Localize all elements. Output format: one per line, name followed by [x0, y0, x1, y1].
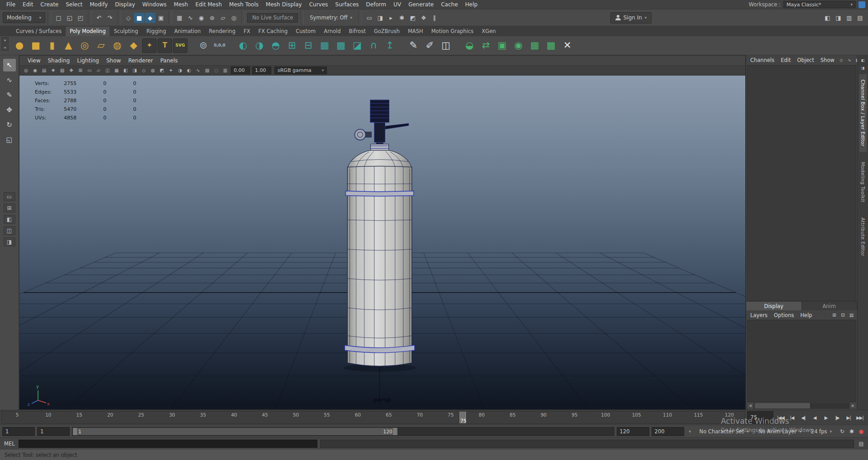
render-view-icon[interactable]: ▭: [364, 13, 374, 23]
resolution-gate-icon[interactable]: ▱: [94, 66, 103, 75]
select-tool[interactable]: ↖: [3, 59, 16, 71]
shelf-tab-curves-surfaces[interactable]: Curves / Surfaces: [12, 27, 66, 36]
zero-transform-icon[interactable]: 0,0,0: [212, 38, 227, 53]
lights-icon[interactable]: ✦: [167, 66, 175, 75]
retopologize-icon[interactable]: ▩: [543, 38, 559, 53]
exposure-field[interactable]: 0.00: [231, 66, 250, 74]
grid-toggle-icon[interactable]: ⊞: [76, 66, 85, 75]
shelf-tab-mash[interactable]: MASH: [404, 27, 427, 36]
channel-box-menu-channels[interactable]: Channels: [747, 57, 777, 64]
scroll-left-icon[interactable]: ◀: [747, 403, 753, 409]
timeline-track[interactable]: 5101520253035404550556065707580859095100…: [1, 411, 745, 424]
snap-to-view-plane-icon[interactable]: ▱: [218, 13, 228, 23]
menu-edit-mesh[interactable]: Edit Mesh: [192, 1, 225, 8]
multi-cut-icon[interactable]: ✎: [406, 38, 421, 53]
separate-icon[interactable]: ⊟: [301, 38, 316, 53]
current-frame-field[interactable]: [747, 411, 773, 424]
channel-box-list[interactable]: [747, 65, 856, 301]
channel-box-menu-edit[interactable]: Edit: [777, 57, 794, 64]
make-live-icon[interactable]: ◎: [229, 13, 239, 23]
panel-menu-view[interactable]: View: [24, 57, 44, 64]
menu-cache[interactable]: Cache: [437, 1, 461, 8]
toggle-tool-settings-icon[interactable]: ◨: [833, 13, 844, 23]
snap-to-curve-icon[interactable]: ∿: [185, 13, 196, 23]
target-weld-icon[interactable]: ◉: [511, 38, 526, 53]
shelf-icon[interactable]: [188, 38, 195, 53]
remesh-icon[interactable]: ▦: [527, 38, 542, 53]
range-handle-right[interactable]: [393, 428, 397, 435]
shelf-icon[interactable]: [228, 38, 235, 53]
animation-start-field[interactable]: [2, 427, 35, 436]
sidebar-collapse-icon[interactable]: ◧: [859, 57, 867, 64]
menu-set-dropdown[interactable]: Modeling ▾: [3, 12, 45, 23]
boolean-union-icon[interactable]: ◐: [235, 38, 251, 53]
mirror-icon[interactable]: ◒: [462, 38, 477, 53]
polygon-type-icon[interactable]: T: [158, 38, 172, 53]
shelf-tab-rigging[interactable]: Rigging: [142, 27, 170, 36]
shelf-tab-toggle-icon[interactable]: ▾: [1, 37, 9, 43]
panel-menu-shading[interactable]: Shading: [44, 57, 73, 64]
smooth-icon[interactable]: ▩: [333, 38, 349, 53]
menu-mesh-display[interactable]: Mesh Display: [262, 1, 306, 8]
pan-zoom-icon[interactable]: ✥: [67, 66, 76, 75]
ambient-occlusion-icon[interactable]: ◐: [185, 66, 193, 75]
menu-edit[interactable]: Edit: [19, 1, 37, 8]
menu-mesh[interactable]: Mesh: [170, 1, 192, 8]
shelf-tab-rendering[interactable]: Rendering: [205, 27, 240, 36]
shelf-tab-sculpting[interactable]: Sculpting: [110, 27, 142, 36]
textured-mode-icon[interactable]: ◩: [158, 66, 166, 75]
anim-preferences-icon[interactable]: ✱: [847, 427, 856, 436]
select-camera-icon[interactable]: ◎: [22, 66, 30, 75]
select-component-icon[interactable]: ◆: [145, 13, 155, 23]
workspace-icon[interactable]: [858, 1, 865, 8]
menu-create[interactable]: Create: [37, 1, 62, 8]
view-transform-dropdown[interactable]: sRGB gamma ▾: [274, 66, 327, 74]
scrollbar-track[interactable]: [754, 403, 849, 409]
command-output[interactable]: [320, 440, 854, 448]
scrollbar-thumb[interactable]: [755, 403, 810, 408]
play-button[interactable]: ▶: [820, 412, 831, 423]
menu-select[interactable]: Select: [62, 1, 86, 8]
paint-selection-tool[interactable]: ✎: [3, 89, 16, 101]
bookmark-icon[interactable]: ❖: [49, 66, 58, 75]
isolate-select-icon[interactable]: ◌: [212, 66, 221, 75]
scale-tool[interactable]: ◱: [3, 133, 16, 146]
snap-to-point-icon[interactable]: ◉: [196, 13, 206, 23]
boolean-difference-icon[interactable]: ◑: [252, 38, 267, 53]
layer-options-icon[interactable]: ▤: [848, 311, 855, 319]
menu-help[interactable]: Help: [461, 1, 481, 8]
next-key-button[interactable]: ▶|: [843, 412, 854, 423]
hypershade-icon[interactable]: ◩: [408, 13, 418, 23]
shelf-tab-gozbrush[interactable]: GoZBrush: [370, 27, 404, 36]
motion-blur-icon[interactable]: ∿: [194, 66, 202, 75]
channel-box-menu-show[interactable]: Show: [817, 57, 838, 64]
poly-plane-icon[interactable]: ▱: [93, 38, 109, 53]
character-set-dropdown[interactable]: No Character Set ▾: [696, 427, 753, 436]
shelf-icon[interactable]: [398, 38, 405, 53]
playback-start-field[interactable]: [37, 427, 70, 436]
playback-range-bar[interactable]: 1 120: [73, 428, 398, 435]
menu-generate[interactable]: Generate: [405, 1, 437, 8]
delete-history-icon[interactable]: ✕: [560, 38, 575, 53]
layout-split-pane-button[interactable]: ◫: [4, 226, 15, 235]
layer-list[interactable]: [747, 320, 856, 402]
shelf-tab-custom[interactable]: Custom: [292, 27, 320, 36]
shelf-tab-fx-caching[interactable]: FX Caching: [254, 27, 292, 36]
quad-draw-icon[interactable]: ✐: [422, 38, 437, 53]
sign-in-button[interactable]: Sign In ▾: [610, 12, 652, 24]
sidebar-expand-icon[interactable]: ◨: [859, 64, 867, 71]
go-to-end-button[interactable]: ▶▶|: [854, 412, 865, 423]
lock-camera-icon[interactable]: ◉: [31, 66, 39, 75]
light-editor-icon[interactable]: ❖: [418, 13, 429, 23]
layout-four-pane-button[interactable]: ⊞: [4, 204, 15, 213]
render-current-frame-icon[interactable]: ◨: [375, 13, 385, 23]
bevel-icon[interactable]: ◪: [350, 38, 365, 53]
auto-key-icon[interactable]: ●: [857, 427, 866, 436]
sweep-mesh-icon[interactable]: ✦: [142, 38, 157, 53]
layer-tab-anim[interactable]: Anim: [802, 302, 858, 310]
animation-end-field[interactable]: [652, 427, 684, 436]
camera-attributes-icon[interactable]: ▤: [40, 66, 48, 75]
select-hierarchy-icon[interactable]: ◇: [123, 13, 134, 23]
layers-menu-help[interactable]: Help: [797, 312, 815, 319]
safe-title-icon[interactable]: ◨: [130, 66, 139, 75]
